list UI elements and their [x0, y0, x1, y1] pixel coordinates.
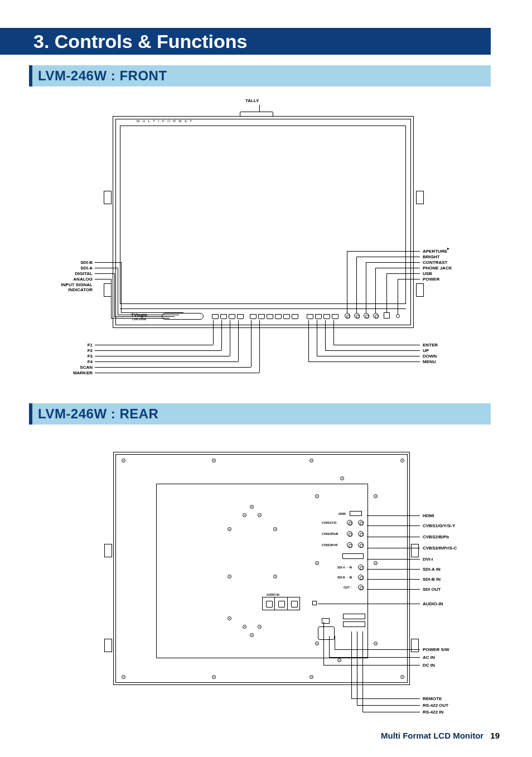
mount-clamp [416, 283, 424, 297]
label-power: POWER [423, 277, 439, 282]
front-button [212, 314, 219, 319]
screw-icon [122, 675, 125, 679]
label-analog: ANALOG [73, 277, 93, 282]
rotary-knob [373, 313, 379, 319]
screw-icon [212, 675, 216, 679]
leader-line [111, 318, 170, 319]
leader-line [259, 105, 260, 112]
leader-line [95, 367, 251, 368]
label-rs422-out: RS-422 OUT [423, 703, 448, 708]
label-dc-in: DC IN [423, 663, 435, 668]
label-sdi-a: SDI-A [80, 266, 93, 271]
screw-icon [309, 675, 313, 679]
bnc-connector [347, 542, 352, 548]
row-label: OUT→ [344, 586, 352, 589]
footer-title: Multi Format LCD Monitor [381, 731, 483, 740]
leader-line [95, 262, 121, 263]
front-button [220, 314, 227, 319]
label-digital: DIGITAL [75, 271, 93, 276]
label-dvi: DVI-I [423, 557, 433, 562]
rear-connector-panel: HDMI CVBS1/Y/G CVBS2/Pb/B CVBS3/Pr/R SDI… [308, 519, 378, 605]
leader-line [114, 316, 175, 317]
front-button [275, 314, 282, 319]
leader-line [95, 345, 213, 345]
rs422-in-connector [343, 621, 365, 627]
bnc-connector [358, 585, 364, 590]
ac-in-connector [318, 626, 335, 640]
leader-line [367, 579, 420, 580]
front-button [283, 314, 290, 319]
front-button [258, 314, 265, 319]
front-button [332, 314, 338, 319]
vesa-hole [258, 513, 262, 517]
section-title-front: LVM-246W : FRONT [32, 65, 491, 86]
audio-in-panel [262, 597, 300, 610]
label-aperture: APERTURE [423, 249, 447, 254]
label-input-signal: INPUT SIGNAL [61, 282, 93, 287]
leader-line [308, 320, 309, 361]
mount-clamp [104, 283, 112, 297]
leader-line [366, 262, 420, 263]
leader-line [329, 636, 330, 657]
front-button [292, 314, 298, 319]
rca-jack [288, 597, 299, 610]
screw-icon [337, 658, 341, 662]
bnc-connector [347, 531, 352, 537]
page-number: 19 [490, 731, 500, 740]
leader-line [323, 665, 420, 666]
leader-line [367, 525, 420, 526]
label-phone-jack: PHONE JACK [423, 266, 452, 271]
row-label: CVBS3/Pr/R [322, 543, 337, 547]
leader-line [367, 589, 420, 590]
label-cvbs1: CVBS1/G/Y/S-Y [423, 523, 455, 528]
button-group-f [212, 314, 244, 319]
leader-line [356, 257, 420, 257]
power-panel [313, 615, 340, 650]
rca-jack [263, 597, 275, 610]
audio-in-connector [312, 601, 317, 605]
label-f1: F1 [88, 343, 93, 348]
front-button [229, 314, 235, 319]
hdmi-port [350, 511, 362, 516]
usb-port-icon [384, 312, 390, 319]
vesa-hole [250, 505, 254, 509]
screw-icon [212, 459, 216, 462]
leader-line [333, 320, 334, 345]
label-marker: MARKER [73, 370, 93, 375]
row-label: SDI-A → IN [337, 566, 352, 569]
label-hdmi: HDMI [423, 513, 434, 518]
leader-line [357, 631, 357, 705]
screw-icon [309, 459, 313, 462]
leader-line [351, 631, 352, 698]
vesa-hole [273, 575, 277, 578]
leader-line [213, 320, 214, 345]
section-bar-front: LVM-246W : FRONT [29, 65, 491, 86]
leader-line [121, 312, 183, 313]
leader-line [333, 345, 420, 345]
lcd-screen-area [120, 126, 406, 304]
front-button [315, 314, 322, 319]
leader-line [95, 268, 118, 268]
rs422-out-connector [343, 614, 365, 619]
label-enter: ENTER [423, 343, 438, 348]
label-sdib-in: SDI-B IN [423, 577, 441, 582]
mount-clamp [411, 544, 419, 557]
leader-line [357, 705, 420, 706]
leader-line [375, 268, 420, 268]
bnc-connector [358, 520, 364, 525]
mount-clamp [104, 544, 112, 557]
power-button-icon [396, 314, 400, 318]
leader-line [367, 548, 420, 548]
leader-line [238, 320, 239, 361]
dvi-connector [342, 553, 364, 559]
front-button [250, 314, 257, 319]
leader-line [325, 320, 326, 350]
leader-line [362, 712, 420, 712]
leader-line [367, 569, 420, 570]
screw-icon [374, 494, 378, 498]
label-f4: F4 [88, 359, 93, 364]
leader-line [118, 315, 179, 315]
button-group-scan [250, 314, 298, 319]
vesa-hole [228, 575, 231, 578]
leader-line [375, 268, 376, 313]
